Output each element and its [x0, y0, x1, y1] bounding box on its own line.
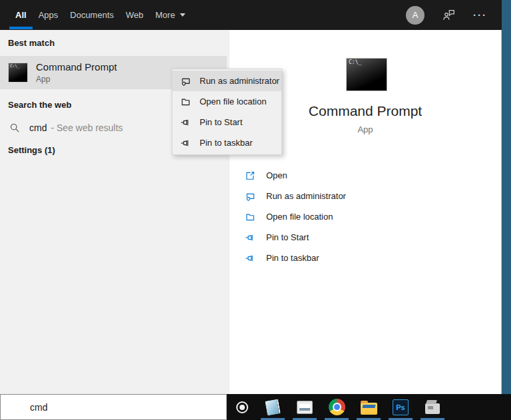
taskbar-notes-app-button[interactable]	[257, 394, 289, 420]
tab-web[interactable]: Web	[120, 0, 150, 30]
taskbar-chrome-button[interactable]	[321, 394, 353, 420]
run-as-admin-icon	[245, 191, 256, 202]
search-filter-bar: All Apps Documents Web More A ···	[0, 0, 502, 30]
open-file-location-icon	[180, 97, 191, 107]
menu-item-label: Run as administrator	[200, 76, 279, 86]
tab-documents[interactable]: Documents	[64, 0, 120, 30]
tab-all-label: All	[15, 10, 27, 20]
avatar[interactable]: A	[406, 6, 425, 25]
context-menu: Run as administrator Open file location …	[172, 69, 282, 155]
taskbar-photos-app-button[interactable]	[289, 394, 321, 420]
web-query: cmd	[29, 122, 47, 133]
pin-icon	[245, 232, 256, 243]
tab-documents-label: Documents	[70, 10, 114, 20]
cmd-prompt-glyph: C:\_	[10, 64, 19, 68]
action-pin-to-taskbar[interactable]: Pin to taskbar	[245, 248, 346, 268]
notes-app-icon	[265, 399, 281, 415]
topbar-actions: A ···	[406, 6, 502, 25]
search-web-header: Search the web	[8, 100, 71, 110]
open-icon	[245, 170, 256, 181]
cmd-prompt-glyph: C:\_	[349, 60, 361, 65]
tab-more-label: More	[156, 10, 176, 20]
run-as-admin-icon	[180, 76, 191, 87]
tab-apps-label: Apps	[39, 10, 59, 20]
best-match-title: Command Prompt	[36, 61, 117, 73]
tab-all[interactable]: All	[9, 0, 33, 30]
action-open[interactable]: Open	[245, 165, 346, 186]
tab-apps[interactable]: Apps	[33, 0, 65, 30]
command-prompt-icon-large: C:\_	[346, 58, 387, 91]
taskbar-search-box[interactable]	[0, 394, 227, 420]
photoshop-label: Ps	[396, 403, 405, 411]
cortana-icon	[236, 401, 248, 413]
menu-item-open-file-location[interactable]: Open file location	[172, 91, 281, 112]
taskbar-utility-app-button[interactable]	[417, 394, 448, 420]
action-label: Pin to Start	[266, 232, 309, 242]
tab-more[interactable]: More	[150, 0, 192, 30]
windows-search-screen: All Apps Documents Web More A ··· Best m…	[0, 0, 511, 420]
taskbar-cortana-button[interactable]	[227, 394, 257, 420]
menu-item-run-as-administrator[interactable]: Run as administrator	[172, 71, 281, 91]
taskbar: Ps	[0, 394, 511, 420]
best-match-subtitle: App	[36, 75, 117, 84]
desktop-background-strip	[502, 0, 511, 394]
photo-viewer-icon	[297, 401, 313, 414]
taskbar-file-explorer-button[interactable]	[353, 394, 385, 420]
pin-icon	[180, 117, 191, 128]
photoshop-icon: Ps	[393, 399, 409, 415]
tab-web-label: Web	[126, 10, 144, 20]
action-pin-to-start[interactable]: Pin to Start	[245, 227, 346, 248]
file-explorer-icon	[361, 403, 377, 415]
action-run-as-administrator[interactable]: Run as administrator	[245, 186, 346, 206]
pin-icon	[245, 253, 256, 264]
best-match-header: Best match	[8, 38, 55, 48]
menu-item-label: Pin to Start	[200, 117, 242, 127]
menu-item-pin-to-taskbar[interactable]: Pin to taskbar	[172, 132, 281, 153]
settings-header: Settings (1)	[8, 145, 55, 155]
pin-icon	[180, 138, 191, 148]
action-open-file-location[interactable]: Open file location	[245, 206, 346, 227]
search-icon	[9, 401, 21, 413]
taskbar-search-input[interactable]	[30, 402, 196, 413]
action-label: Open file location	[266, 212, 333, 222]
utility-app-icon	[425, 403, 440, 414]
action-label: Open	[266, 170, 287, 180]
action-list: Open Run as administrator Open file loca…	[245, 165, 346, 268]
web-suffix: - See web results	[51, 122, 122, 133]
menu-item-label: Pin to taskbar	[200, 138, 253, 148]
filter-tabs: All Apps Documents Web More	[0, 0, 192, 30]
command-prompt-icon: C:\_	[8, 63, 28, 83]
best-match-text: Command Prompt App	[36, 61, 117, 84]
action-label: Pin to taskbar	[266, 253, 319, 263]
taskbar-photoshop-button[interactable]: Ps	[385, 394, 417, 420]
menu-item-pin-to-start[interactable]: Pin to Start	[172, 112, 281, 132]
more-options-icon[interactable]: ···	[473, 9, 487, 21]
feedback-icon[interactable]	[442, 8, 456, 22]
chevron-down-icon	[180, 13, 186, 17]
action-label: Run as administrator	[266, 191, 346, 201]
open-file-location-icon	[245, 212, 256, 222]
menu-item-label: Open file location	[200, 97, 266, 106]
avatar-letter: A	[413, 10, 419, 20]
search-icon	[9, 122, 20, 133]
chrome-icon	[329, 399, 345, 415]
